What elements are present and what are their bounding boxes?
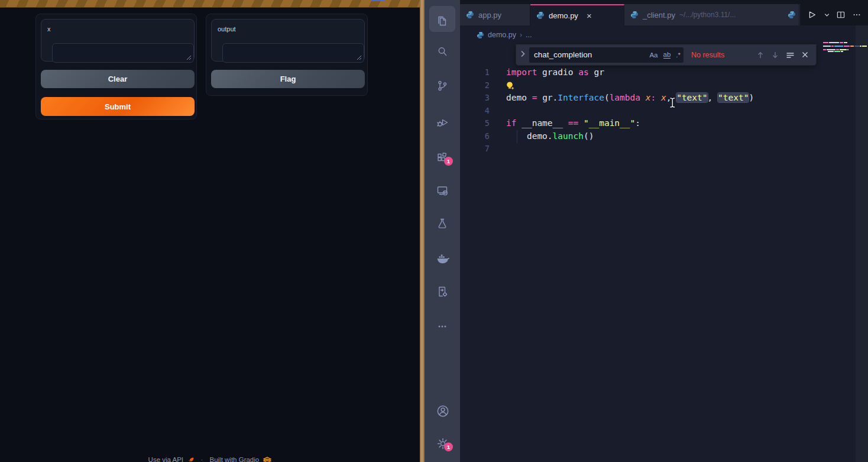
- source-control-icon[interactable]: [435, 79, 449, 93]
- built-with-gradio-link[interactable]: Built with Gradio: [209, 456, 259, 462]
- code-token: gr.: [542, 93, 558, 102]
- line-number: 3: [460, 92, 490, 105]
- remote-explorer-icon[interactable]: [435, 183, 449, 198]
- code-token: ,: [708, 93, 718, 102]
- line-number: 6: [460, 130, 490, 143]
- flag-button[interactable]: Flag: [211, 70, 365, 88]
- input-textarea[interactable]: [52, 43, 194, 63]
- code-token: demo: [506, 93, 532, 102]
- code-line[interactable]: [506, 143, 754, 156]
- footer-separator: ·: [200, 456, 203, 462]
- code-token: gr: [589, 67, 604, 77]
- code-token: :: [635, 118, 640, 128]
- code-token: Interface: [558, 93, 604, 102]
- window-divider[interactable]: [420, 0, 425, 462]
- code-line[interactable]: import gradio as gr: [506, 66, 754, 79]
- python-icon: [788, 11, 796, 19]
- code-editor[interactable]: import gradio as grdemo = gr.Interface(l…: [506, 66, 754, 156]
- explorer-icon[interactable]: [435, 14, 449, 28]
- input-group: x: [41, 19, 195, 62]
- use-via-api-link[interactable]: Use via API: [148, 456, 183, 462]
- indent-guide: [517, 130, 517, 143]
- split-editor-icon[interactable]: [836, 10, 846, 20]
- tab-label: _client.py: [643, 11, 675, 20]
- toggle-replace-chevron-icon[interactable]: [516, 50, 529, 60]
- breadcrumb-more[interactable]: ...: [526, 31, 532, 39]
- code-token: ): [749, 93, 754, 102]
- editor-tab-bar: app.py demo.py × _client.py ~/.../python…: [460, 4, 868, 25]
- previous-match-icon[interactable]: [756, 51, 765, 59]
- code-line[interactable]: demo = gr.Interface(lambda x: x, "text",…: [506, 92, 754, 105]
- line-number: 1: [460, 66, 490, 79]
- browser-top-stripe: [0, 0, 420, 8]
- breadcrumb-file[interactable]: demo.py: [488, 31, 516, 39]
- code-token: demo.: [506, 131, 553, 141]
- code-token: ,: [666, 93, 676, 102]
- submit-button[interactable]: Submit: [41, 97, 195, 116]
- line-number: 5: [460, 117, 490, 130]
- minimap-line: [823, 51, 843, 52]
- code-line[interactable]: [506, 79, 754, 92]
- run-debug-icon[interactable]: [435, 115, 449, 130]
- code-token: as: [578, 67, 588, 77]
- testing-beaker-icon[interactable]: [435, 217, 449, 231]
- code-token: ==: [568, 118, 584, 128]
- tab-demo-py[interactable]: demo.py ×: [530, 4, 624, 25]
- task-runner-icon[interactable]: [435, 285, 449, 299]
- resize-handle-icon[interactable]: [186, 55, 192, 60]
- code-token: x: [661, 93, 666, 102]
- close-find-icon[interactable]: [801, 51, 809, 59]
- python-file-icon: [536, 11, 545, 20]
- run-file-icon[interactable]: [807, 9, 817, 20]
- code-token: (: [604, 93, 610, 102]
- code-token: import: [506, 67, 537, 77]
- python-file-icon: [630, 11, 639, 19]
- code-token: =: [532, 93, 542, 102]
- more-tools-icon[interactable]: [435, 319, 449, 334]
- search-icon[interactable]: [435, 44, 449, 59]
- code-line[interactable]: demo.launch(): [506, 130, 754, 143]
- extensions-badge: 1: [444, 157, 453, 166]
- docker-icon[interactable]: [435, 251, 449, 265]
- find-status: No results: [691, 51, 724, 59]
- match-case-toggle[interactable]: Aa: [649, 51, 658, 59]
- browser-top-accent: [371, 0, 386, 1]
- next-match-icon[interactable]: [771, 51, 779, 59]
- find-widget: Aa ab .* No results: [516, 44, 817, 66]
- more-actions-icon[interactable]: [852, 10, 861, 20]
- code-line[interactable]: [506, 105, 754, 118]
- find-input[interactable]: [534, 47, 629, 63]
- code-token: __name__: [522, 118, 568, 128]
- breadcrumb[interactable]: demo.py › ...: [477, 28, 532, 41]
- code-line[interactable]: if __name__ == "__main__":: [506, 117, 754, 130]
- regex-toggle[interactable]: .*: [676, 51, 681, 59]
- resize-handle-icon[interactable]: [357, 55, 362, 60]
- gradio-logo-icon: [263, 457, 271, 462]
- code-token: "__main__": [584, 118, 635, 128]
- python-file-icon: [477, 31, 484, 39]
- run-dropdown-chevron-icon[interactable]: [824, 12, 830, 18]
- output-group: output: [211, 19, 365, 62]
- line-number: 2: [460, 79, 490, 92]
- minimap-line: [823, 49, 848, 50]
- whole-word-toggle[interactable]: ab: [663, 51, 671, 59]
- tab-client-py[interactable]: _client.py ~/.../python3.11/...: [624, 4, 799, 25]
- line-number: 4: [460, 105, 490, 118]
- find-input-box: Aa ab .*: [529, 47, 684, 63]
- line-number: 7: [460, 143, 490, 156]
- minimap-line: [823, 42, 847, 43]
- clear-button[interactable]: Clear: [41, 70, 195, 88]
- tab-label: app.py: [478, 11, 501, 20]
- code-token: "text": [718, 93, 749, 102]
- find-in-selection-icon[interactable]: [786, 51, 795, 59]
- code-token: "text": [676, 93, 707, 102]
- accounts-icon[interactable]: [435, 403, 449, 418]
- output-textarea[interactable]: [222, 43, 364, 63]
- gradio-footer: Use via API · Built with Gradio: [0, 455, 420, 462]
- python-file-icon: [466, 11, 474, 19]
- rocket-icon: [187, 457, 194, 462]
- scrollbar-strip[interactable]: [856, 25, 868, 462]
- tab-app-py[interactable]: app.py: [460, 4, 530, 25]
- tab-close-icon[interactable]: ×: [587, 11, 592, 20]
- code-token: [656, 93, 661, 102]
